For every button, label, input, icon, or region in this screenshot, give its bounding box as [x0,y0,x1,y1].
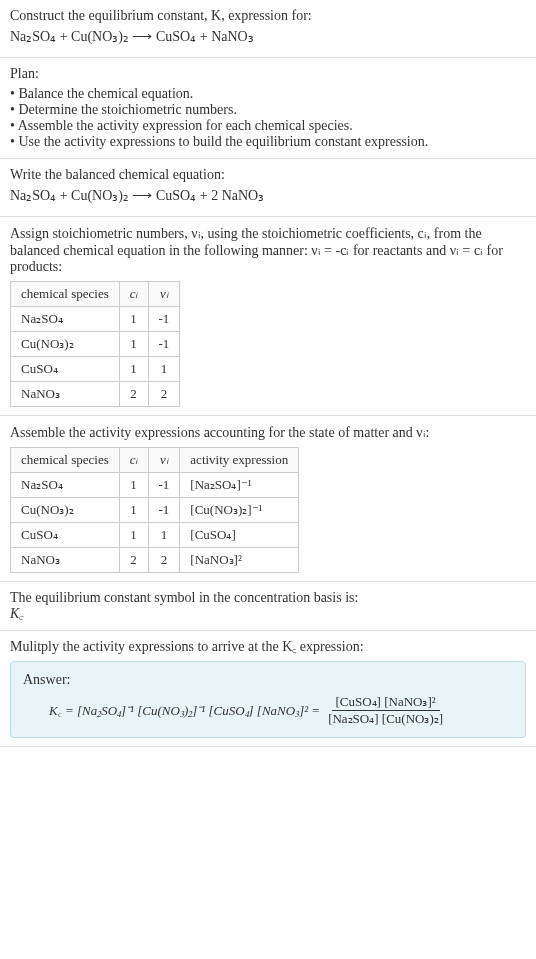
fraction-denominator: [Na₂SO₄] [Cu(NO₃)₂] [324,711,447,727]
symbol-heading: The equilibrium constant symbol in the c… [10,590,526,606]
plan-section: Plan: Balance the chemical equation. Det… [0,58,536,159]
cell-vi: -1 [148,498,180,523]
cell-ci: 1 [119,332,148,357]
cell-ci: 1 [119,498,148,523]
table-header-row: chemical species cᵢ νᵢ [11,282,180,307]
cell-expr: [CuSO₄] [180,523,299,548]
cell-species: Na₂SO₄ [11,473,120,498]
cell-expr: [NaNO₃]² [180,548,299,573]
stoich-table: chemical species cᵢ νᵢ Na₂SO₄ 1 -1 Cu(NO… [10,281,180,407]
cell-vi: -1 [148,307,180,332]
table-header-row: chemical species cᵢ νᵢ activity expressi… [11,448,299,473]
cell-vi: 2 [148,382,180,407]
activity-section: Assemble the activity expressions accoun… [0,416,536,582]
col-vi: νᵢ [148,282,180,307]
cell-vi: 2 [148,548,180,573]
cell-species: Cu(NO₃)₂ [11,498,120,523]
multiply-heading: Mulitply the activity expressions to arr… [10,639,526,655]
cell-species: Cu(NO₃)₂ [11,332,120,357]
answer-label: Answer: [23,672,513,688]
stoich-section: Assign stoichiometric numbers, νᵢ, using… [0,217,536,416]
cell-expr: [Cu(NO₃)₂]⁻¹ [180,498,299,523]
stoich-heading: Assign stoichiometric numbers, νᵢ, using… [10,225,526,275]
prompt-heading: Construct the equilibrium constant, K, e… [10,8,526,24]
symbol-value: K꜀ [10,606,526,622]
answer-box: Answer: K꜀ = [Na₂SO₄]⁻¹ [Cu(NO₃)₂]⁻¹ [Cu… [10,661,526,738]
kc-expression: K꜀ = [Na₂SO₄]⁻¹ [Cu(NO₃)₂]⁻¹ [CuSO₄] [Na… [23,694,513,727]
cell-vi: -1 [148,473,180,498]
cell-ci: 2 [119,382,148,407]
table-row: Na₂SO₄ 1 -1 [Na₂SO₄]⁻¹ [11,473,299,498]
table-row: CuSO₄ 1 1 [11,357,180,382]
cell-ci: 1 [119,307,148,332]
balanced-equation: Na₂SO₄ + Cu(NO₃)₂ ⟶ CuSO₄ + 2 NaNO₃ [10,187,526,204]
table-row: Cu(NO₃)₂ 1 -1 [Cu(NO₃)₂]⁻¹ [11,498,299,523]
multiply-section: Mulitply the activity expressions to arr… [0,631,536,747]
balanced-section: Write the balanced chemical equation: Na… [0,159,536,217]
table-row: NaNO₃ 2 2 [11,382,180,407]
cell-ci: 1 [119,357,148,382]
cell-species: CuSO₄ [11,523,120,548]
col-expr: activity expression [180,448,299,473]
cell-species: NaNO₃ [11,548,120,573]
table-row: NaNO₃ 2 2 [NaNO₃]² [11,548,299,573]
kc-lhs: K꜀ = [Na₂SO₄]⁻¹ [Cu(NO₃)₂]⁻¹ [CuSO₄] [Na… [49,703,320,719]
cell-species: NaNO₃ [11,382,120,407]
unbalanced-equation: Na₂SO₄ + Cu(NO₃)₂ ⟶ CuSO₄ + NaNO₃ [10,28,526,45]
cell-expr: [Na₂SO₄]⁻¹ [180,473,299,498]
plan-heading: Plan: [10,66,526,82]
plan-list: Balance the chemical equation. Determine… [10,86,526,150]
prompt-section: Construct the equilibrium constant, K, e… [0,0,536,58]
table-row: CuSO₄ 1 1 [CuSO₄] [11,523,299,548]
col-ci: cᵢ [119,448,148,473]
kc-fraction: [CuSO₄] [NaNO₃]² [Na₂SO₄] [Cu(NO₃)₂] [324,694,447,727]
cell-vi: 1 [148,523,180,548]
activity-table: chemical species cᵢ νᵢ activity expressi… [10,447,299,573]
cell-vi: 1 [148,357,180,382]
cell-ci: 1 [119,473,148,498]
symbol-section: The equilibrium constant symbol in the c… [0,582,536,631]
col-species: chemical species [11,448,120,473]
cell-ci: 1 [119,523,148,548]
plan-item: Determine the stoichiometric numbers. [10,102,526,118]
col-vi: νᵢ [148,448,180,473]
activity-heading: Assemble the activity expressions accoun… [10,424,526,441]
table-row: Cu(NO₃)₂ 1 -1 [11,332,180,357]
col-ci: cᵢ [119,282,148,307]
table-row: Na₂SO₄ 1 -1 [11,307,180,332]
cell-species: CuSO₄ [11,357,120,382]
col-species: chemical species [11,282,120,307]
cell-species: Na₂SO₄ [11,307,120,332]
cell-ci: 2 [119,548,148,573]
plan-item: Assemble the activity expression for eac… [10,118,526,134]
balanced-heading: Write the balanced chemical equation: [10,167,526,183]
plan-item: Use the activity expressions to build th… [10,134,526,150]
fraction-numerator: [CuSO₄] [NaNO₃]² [332,694,440,711]
cell-vi: -1 [148,332,180,357]
plan-item: Balance the chemical equation. [10,86,526,102]
